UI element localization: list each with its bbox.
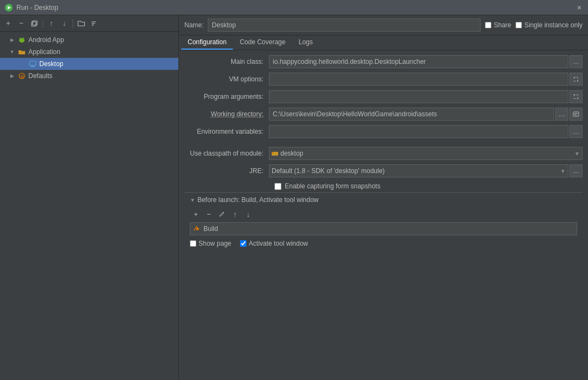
working-directory-browse-button[interactable]: …	[555, 108, 568, 121]
jre-value: Default (1.8 - SDK of 'desktop' module)	[272, 167, 385, 175]
tab-logs[interactable]: Logs	[292, 35, 319, 50]
title-bar-left: Run - Desktop	[4, 3, 58, 12]
sidebar-item-desktop-label: Desktop	[39, 60, 63, 68]
program-arguments-input[interactable]	[269, 90, 568, 103]
move-down-button[interactable]: ↓	[58, 17, 70, 29]
before-launch-build-item[interactable]: Build	[190, 222, 577, 235]
jre-browse-button[interactable]: …	[569, 164, 583, 177]
activate-tool-window-checkbox[interactable]	[240, 240, 247, 247]
name-input[interactable]	[208, 19, 481, 32]
show-page-checkbox[interactable]	[190, 240, 196, 247]
before-launch-add-button[interactable]: +	[190, 208, 202, 220]
sort-button[interactable]	[88, 17, 100, 29]
copy-config-button[interactable]	[28, 17, 40, 29]
tree-arrow-android-app: ▶	[9, 37, 15, 43]
folder-button[interactable]	[75, 17, 87, 29]
move-up-button[interactable]: ↑	[45, 17, 57, 29]
jre-arrow: ▼	[560, 168, 566, 174]
sidebar-toolbar: + − ↑ ↓	[0, 15, 178, 32]
build-icon	[193, 224, 200, 234]
main-class-input[interactable]	[269, 55, 568, 68]
activate-tool-window-checkbox-group: Activate tool window	[240, 240, 308, 247]
before-launch-move-down-button[interactable]: ↓	[242, 208, 254, 220]
close-window-button[interactable]: ×	[575, 3, 584, 12]
tab-code-coverage[interactable]: Code Coverage	[233, 35, 292, 50]
use-classpath-input-wrap: desktop ▼	[269, 147, 583, 160]
use-classpath-select[interactable]: desktop ▼	[269, 147, 583, 160]
tree-arrow-application: ▼	[9, 49, 15, 55]
single-instance-checkbox[interactable]	[515, 22, 522, 28]
name-label: Name:	[184, 21, 203, 29]
sidebar-item-android-app[interactable]: ▶ Android App	[0, 34, 178, 46]
working-directory-input[interactable]	[269, 108, 554, 121]
program-arguments-expand-button[interactable]	[569, 90, 583, 103]
before-launch-header: ▼ Before launch: Build, Activate tool wi…	[184, 193, 583, 207]
use-classpath-arrow: ▼	[574, 151, 580, 157]
svg-rect-21	[272, 152, 274, 153]
environment-variables-label: Environment variables:	[184, 128, 269, 135]
activate-tool-window-label: Activate tool window	[249, 240, 308, 247]
environment-variables-input[interactable]	[269, 125, 568, 138]
defaults-icon: ⚙	[17, 72, 26, 80]
vm-options-input[interactable]	[269, 73, 568, 86]
svg-rect-3	[33, 21, 37, 25]
remove-config-button[interactable]: −	[15, 17, 27, 29]
title-bar: Run - Desktop ×	[0, 0, 588, 15]
toolbar-separator-2	[73, 19, 73, 28]
environment-variables-input-wrap: …	[269, 125, 583, 138]
before-launch-section: ▼ Before launch: Build, Activate tool wi…	[184, 192, 583, 235]
bottom-options: Show page Activate tool window	[184, 235, 583, 252]
jre-select[interactable]: Default (1.8 - SDK of 'desktop' module) …	[269, 164, 568, 177]
working-directory-label: Working directory:	[184, 110, 269, 118]
sidebar-tree: ▶ Android App ▼ Application ▶	[0, 32, 178, 380]
working-directory-row: Working directory: …	[184, 107, 583, 121]
sidebar-item-defaults-label: Defaults	[28, 72, 52, 80]
enable-capturing-checkbox[interactable]	[274, 183, 281, 190]
sidebar-item-defaults[interactable]: ▶ ⚙ Defaults	[0, 70, 178, 82]
main-container: + − ↑ ↓ ▶ Android App	[0, 15, 588, 380]
enable-capturing-row: Enable capturing form snapshots	[274, 182, 583, 190]
use-classpath-row: Use classpath of module: desktop ▼	[184, 146, 583, 161]
title-text: Run - Desktop	[16, 4, 58, 11]
before-launch-edit-button[interactable]	[216, 208, 228, 220]
single-instance-label: Single instance only	[524, 21, 583, 29]
sidebar-item-application[interactable]: ▼ Application	[0, 46, 178, 58]
sidebar: + − ↑ ↓ ▶ Android App	[0, 15, 179, 380]
before-launch-move-up-button[interactable]: ↑	[229, 208, 241, 220]
before-launch-title: Before launch: Build, Activate tool wind…	[197, 196, 319, 204]
environment-variables-row: Environment variables: …	[184, 124, 583, 139]
share-checkbox[interactable]	[485, 22, 491, 28]
android-app-icon	[17, 35, 26, 44]
sidebar-item-desktop[interactable]: ▶ Desktop	[0, 58, 178, 70]
add-config-button[interactable]: +	[2, 17, 14, 29]
main-class-row: Main class: …	[184, 55, 583, 69]
config-panel: Main class: … VM options: Program arg	[179, 50, 588, 380]
main-class-input-wrap: …	[269, 55, 583, 68]
tab-configuration[interactable]: Configuration	[181, 35, 233, 50]
before-launch-collapse-arrow[interactable]: ▼	[190, 197, 195, 203]
program-arguments-row: Program arguments:	[184, 90, 583, 104]
spacer-1	[184, 142, 583, 146]
build-label: Build	[203, 225, 218, 233]
show-page-label: Show page	[199, 240, 231, 247]
name-bar: Name: Share Single instance only	[179, 15, 588, 35]
before-launch-remove-button[interactable]: −	[203, 208, 215, 220]
working-directory-input-wrap: …	[269, 108, 583, 121]
program-arguments-label: Program arguments:	[184, 93, 269, 100]
program-arguments-input-wrap	[269, 90, 583, 103]
environment-variables-browse-button[interactable]: …	[569, 125, 583, 138]
svg-rect-2	[32, 22, 36, 26]
main-class-browse-button[interactable]: …	[569, 55, 583, 68]
vm-options-label: VM options:	[184, 75, 269, 83]
vm-options-input-wrap	[269, 73, 583, 86]
before-launch-list: Build	[184, 222, 583, 235]
tree-arrow-defaults: ▶	[9, 73, 15, 79]
use-classpath-label: Use classpath of module:	[184, 150, 269, 157]
single-instance-checkbox-group: Single instance only	[515, 21, 583, 29]
before-launch-toolbar: + − ↑ ↓	[184, 207, 583, 222]
vm-options-expand-button[interactable]	[569, 73, 583, 86]
working-directory-file-button[interactable]	[569, 108, 583, 121]
right-panel: Name: Share Single instance only Configu…	[179, 15, 588, 380]
use-classpath-value: desktop	[280, 150, 303, 157]
enable-capturing-label: Enable capturing form snapshots	[285, 182, 380, 190]
